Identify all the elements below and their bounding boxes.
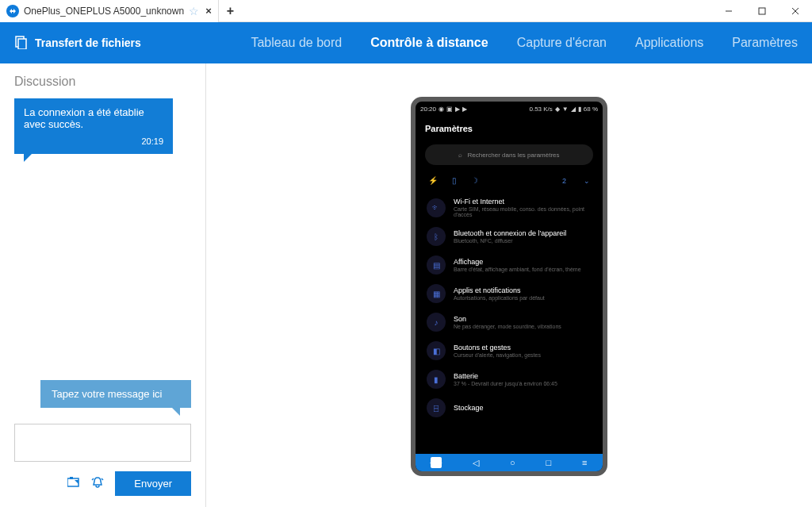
- new-tab-button[interactable]: +: [219, 4, 242, 18]
- phone-search[interactable]: ⌕ Rechercher dans les paramètres: [425, 144, 593, 165]
- status-icon: ▣: [446, 106, 453, 113]
- svg-rect-7: [70, 477, 73, 479]
- setting-item-wifi[interactable]: ᯤWi-Fi et InternetCarte SIM, réseau mobi…: [420, 193, 598, 222]
- svg-line-9: [92, 478, 94, 480]
- top-navigation: Transfert de fichiers Tableau de bord Co…: [0, 22, 812, 63]
- close-window-button[interactable]: [779, 0, 812, 22]
- setting-title: Son: [454, 315, 561, 323]
- nav-screenshot[interactable]: Capture d'écran: [503, 22, 621, 63]
- setting-item-gesture[interactable]: ◧Boutons et gestesCurseur d'alerte, navi…: [420, 336, 598, 365]
- back-icon[interactable]: ◁: [473, 458, 479, 468]
- file-transfer-link[interactable]: Transfert de fichiers: [0, 35, 155, 52]
- apps-icon: ▦: [427, 284, 446, 303]
- home-icon[interactable]: ○: [510, 458, 515, 467]
- svg-rect-1: [759, 8, 765, 14]
- signal-icon: ◢: [571, 106, 576, 113]
- phone-screen[interactable]: 20:20 ◉ ▣ ▶ ▶ 0.53 K/s ◆ ▼ ◢ ▮ 68 %: [411, 97, 607, 476]
- svg-rect-6: [67, 478, 79, 486]
- setting-title: Applis et notifications: [454, 286, 545, 294]
- status-battery: 68 %: [584, 106, 598, 113]
- minimize-button[interactable]: [712, 0, 745, 22]
- status-icon: ◉: [439, 106, 444, 113]
- menu-icon[interactable]: ≡: [582, 458, 587, 467]
- battery-icon: ▮: [578, 106, 581, 113]
- nav-remote-control[interactable]: Contrôle à distance: [356, 22, 502, 63]
- wifi-icon: ◆: [555, 106, 560, 113]
- remote-viewport: 20:20 ◉ ▣ ▶ ▶ 0.53 K/s ◆ ▼ ◢ ▮ 68 %: [206, 63, 812, 507]
- setting-item-battery[interactable]: ▮Batterie37 % - Devrait durer jusqu'à en…: [420, 365, 598, 394]
- send-button[interactable]: Envoyer: [115, 471, 191, 496]
- chevron-down-icon: ⌄: [584, 177, 590, 185]
- chat-heading: Discussion: [14, 75, 191, 89]
- wifi-icon: ᯤ: [427, 198, 446, 217]
- window-controls: [712, 0, 812, 22]
- setting-title: Boutons et gestes: [454, 344, 541, 351]
- recent-icon[interactable]: □: [546, 458, 552, 467]
- svg-line-10: [102, 478, 103, 480]
- phone-settings-list: ᯤWi-Fi et InternetCarte SIM, réseau mobi…: [416, 193, 603, 422]
- quick-icon: ⚡: [428, 176, 438, 185]
- display-icon: ▤: [427, 255, 446, 275]
- tab-title: OnePlus_ONEPLUS A5000_unknown: [24, 6, 184, 17]
- phone-status-bar: 20:20 ◉ ▣ ▶ ▶ 0.53 K/s ◆ ▼ ◢ ▮ 68 %: [416, 102, 603, 116]
- setting-subtitle: Curseur d'alerte, navigation, gestes: [454, 352, 541, 358]
- setting-title: Batterie: [454, 372, 557, 380]
- setting-title: Stockage: [454, 404, 484, 412]
- status-icon: ▶: [455, 106, 460, 113]
- phone-nav-bar: ⟷ ◁ ○ □ ≡: [416, 454, 603, 471]
- setting-subtitle: Carte SIM, réseau mobile, conso. des don…: [454, 206, 592, 217]
- browser-tab[interactable]: OnePlus_ONEPLUS A5000_unknown ☆ ×: [0, 0, 219, 22]
- setting-subtitle: Barre d'état, affichage ambiant, fond d'…: [454, 267, 581, 272]
- chat-message: La connexion a été établie avec succès. …: [14, 98, 173, 154]
- gesture-icon: ◧: [427, 341, 446, 360]
- file-transfer-icon: [14, 35, 29, 52]
- favorite-star-icon[interactable]: ☆: [189, 5, 199, 17]
- chat-input[interactable]: [14, 424, 191, 462]
- file-transfer-label: Transfert de fichiers: [35, 36, 141, 49]
- storage-icon: ⌸: [427, 398, 446, 417]
- maximize-button[interactable]: [745, 0, 779, 22]
- quick-icon: ☽: [471, 176, 478, 185]
- setting-subtitle: Ne pas déranger, mode sourdine, vibratio…: [454, 324, 561, 329]
- chat-message-time: 20:19: [24, 136, 163, 146]
- chat-input-hint: Tapez votre message ici: [40, 380, 191, 408]
- setting-item-storage[interactable]: ⌸Stockage: [420, 394, 598, 422]
- attach-screenshot-icon[interactable]: [67, 477, 80, 491]
- status-icon: ▶: [462, 106, 467, 113]
- chat-sidebar: Discussion La connexion a été établie av…: [0, 63, 206, 507]
- setting-item-display[interactable]: ▤AffichageBarre d'état, affichage ambian…: [420, 251, 598, 279]
- setting-subtitle: 37 % - Devrait durer jusqu'à environ 06:…: [454, 381, 557, 386]
- nav-settings[interactable]: Paramètres: [718, 22, 812, 63]
- teamviewer-badge-icon[interactable]: ⟷: [431, 457, 442, 468]
- setting-subtitle: Autorisations, applications par défaut: [454, 295, 545, 301]
- setting-subtitle: Bluetooth, NFC, diffuser: [454, 238, 566, 244]
- search-icon: ⌕: [458, 152, 462, 159]
- quick-count: 2: [562, 177, 566, 185]
- search-placeholder: Rechercher dans les paramètres: [467, 152, 559, 159]
- quick-icon: ▯: [452, 176, 457, 185]
- status-time: 20:20: [420, 106, 436, 113]
- setting-title: Affichage: [454, 258, 581, 266]
- sound-icon: ♪: [427, 313, 446, 332]
- nav-applications[interactable]: Applications: [621, 22, 718, 63]
- battery-icon: ▮: [427, 370, 446, 389]
- nudge-icon[interactable]: [91, 477, 104, 491]
- title-bar: OnePlus_ONEPLUS A5000_unknown ☆ × +: [0, 0, 812, 22]
- tab-close-icon[interactable]: ×: [205, 5, 212, 17]
- main-area: Discussion La connexion a été établie av…: [0, 63, 812, 507]
- setting-item-apps[interactable]: ▦Applis et notificationsAutorisations, a…: [420, 279, 598, 308]
- quick-settings-row[interactable]: ⚡ ▯ ☽ 2 ⌄: [416, 173, 603, 193]
- phone-page-title: Paramètres: [416, 116, 603, 140]
- signal-icon: ▼: [562, 106, 569, 113]
- setting-title: Wi-Fi et Internet: [454, 198, 592, 205]
- status-speed: 0.53 K/s: [529, 106, 552, 113]
- setting-item-bt[interactable]: ᛒBluetooth et connexion de l'appareilBlu…: [420, 222, 598, 251]
- teamviewer-icon: [6, 5, 19, 17]
- bt-icon: ᛒ: [427, 227, 446, 246]
- chat-message-text: La connexion a été établie avec succès.: [24, 106, 163, 130]
- setting-title: Bluetooth et connexion de l'appareil: [454, 229, 566, 237]
- svg-rect-5: [18, 39, 26, 49]
- svg-marker-8: [75, 480, 79, 484]
- nav-dashboard[interactable]: Tableau de bord: [236, 22, 356, 63]
- setting-item-sound[interactable]: ♪SonNe pas déranger, mode sourdine, vibr…: [420, 308, 598, 336]
